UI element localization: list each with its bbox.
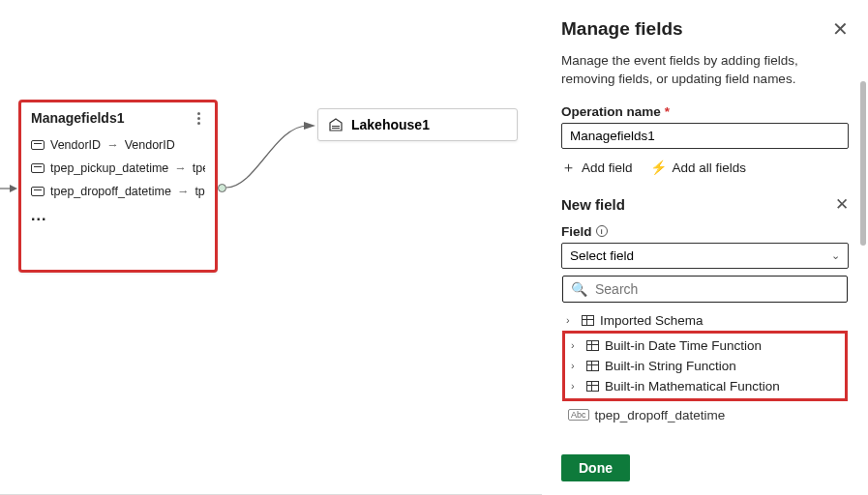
new-field-heading: New field [561,196,625,213]
field-label: Field i [561,224,849,239]
lakehouse-node[interactable]: Lakehouse1 [317,108,518,141]
arrow-icon: → [174,161,187,175]
operation-name-label: Operation name* [561,104,849,119]
chevron-right-icon: › [571,360,581,371]
lakehouse-icon [328,117,344,132]
output-port[interactable] [218,184,226,192]
chevron-down-icon: ⌄ [831,249,840,262]
node-title: Managefields1 [31,110,124,126]
search-input-wrapper[interactable]: 🔍 [562,276,848,303]
result-item[interactable]: Abc tpep_dropoff_datetime [562,405,848,425]
operation-name-input[interactable] [561,123,849,149]
panel-description: Manage the event fields by adding fields… [561,52,849,89]
field-mapping-row: VendorID → VendorID [31,133,205,157]
tree-item-imported-schema[interactable]: › Imported Schema [562,310,848,331]
search-icon: 🔍 [571,281,587,297]
info-icon[interactable]: i [596,225,608,237]
node-menu-icon[interactable] [192,112,205,125]
arrow-icon: → [106,138,119,152]
table-icon [586,361,599,371]
table-icon [582,315,594,326]
field-mapping-row: tpep_dropoff_datetime → tp [31,180,205,203]
field-type-icon [31,140,45,150]
chevron-right-icon: › [571,339,581,351]
arrow-icon: → [177,185,190,198]
svg-marker-2 [304,122,315,130]
canvas-area[interactable]: Managefields1 VendorID → VendorID tpep_p… [0,0,542,495]
manage-fields-panel: Manage fields ✕ Manage the event fields … [542,0,868,495]
more-indicator: ... [31,203,205,228]
text-type-icon: Abc [568,409,589,421]
table-icon [586,381,599,392]
builtin-functions-group: › Built-in Date Time Function › Built-in… [562,331,848,401]
field-type-icon [31,187,45,196]
add-field-button[interactable]: ＋ Add field [561,159,633,177]
lakehouse-title: Lakehouse1 [351,117,430,132]
panel-title: Manage fields [561,18,683,40]
field-dropdown: 🔍 › Imported Schema › Built-in Date Time… [561,275,849,426]
managefields-node[interactable]: Managefields1 VendorID → VendorID tpep_p… [18,100,218,273]
close-icon[interactable]: ✕ [832,17,849,41]
field-select[interactable]: Select field ⌄ [561,243,849,269]
scrollbar[interactable] [860,81,866,246]
chevron-right-icon: › [571,380,581,392]
lightning-icon: ⚡ [650,160,667,175]
tree-item-math[interactable]: › Built-in Mathematical Function [569,376,841,396]
search-input[interactable] [595,281,839,297]
svg-rect-3 [332,126,340,127]
table-icon [586,340,599,351]
field-mapping-row: tpep_pickup_datetime → tpe [31,157,205,180]
tree-item-string[interactable]: › Built-in String Function [569,356,841,376]
svg-rect-4 [332,128,340,129]
plus-icon: ＋ [561,159,576,177]
svg-marker-1 [10,185,17,192]
add-all-fields-button[interactable]: ⚡ Add all fields [650,159,747,177]
done-button[interactable]: Done [561,454,630,481]
tree-item-datetime[interactable]: › Built-in Date Time Function [569,335,841,356]
field-type-icon [31,163,45,173]
chevron-right-icon: › [566,314,576,326]
close-new-field-icon[interactable]: ✕ [835,194,849,215]
